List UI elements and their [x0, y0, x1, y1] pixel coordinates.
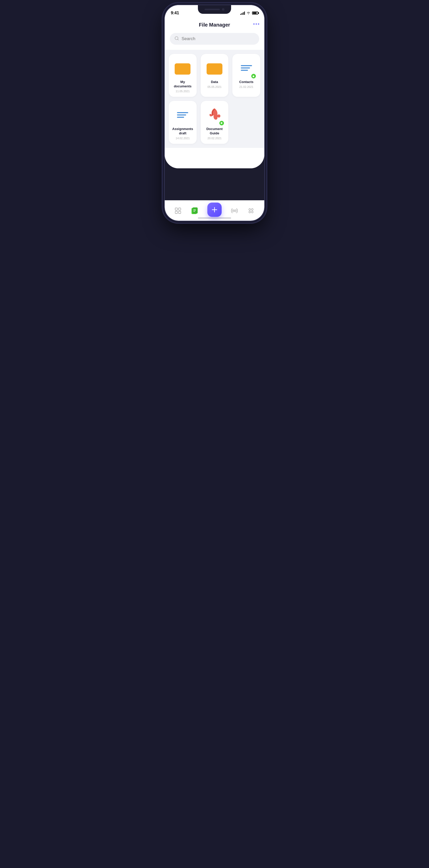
page-title: File Manager — [199, 22, 230, 28]
menu-dot-2 — [256, 23, 257, 25]
svg-rect-3 — [175, 63, 191, 74]
file-date-my-documents: 11.05.2021 — [176, 90, 190, 93]
file-name-assignments-draft: Assignments draft — [171, 127, 194, 136]
files-grid-row1: My documents 11.05.2021 Data 05.05.2021 — [165, 50, 264, 101]
menu-dot-1 — [253, 23, 255, 25]
status-time: 9:41 — [171, 11, 179, 15]
line2 — [241, 67, 250, 68]
file-name-contacts: Contacts — [239, 80, 254, 84]
battery-icon — [252, 11, 258, 14]
file-card-data[interactable]: Data 05.05.2021 — [201, 54, 229, 97]
wifi-icon — [246, 11, 251, 14]
search-bar[interactable] — [170, 33, 259, 45]
speaker — [204, 9, 220, 10]
file-date-data: 05.05.2021 — [207, 85, 221, 88]
status-icons — [240, 11, 258, 15]
line3 — [241, 70, 248, 71]
phone-screen: 9:41 — [165, 5, 264, 168]
files-grid-row2: Assignments draft 14.02.2021 — [165, 101, 264, 148]
lines-icon-assignments — [174, 106, 192, 124]
pdf-icon-document-guide — [205, 106, 224, 124]
file-name-document-guide: Document Guide — [203, 127, 226, 136]
star-badge-contacts — [251, 73, 256, 79]
file-name-my-documents: My documents — [171, 80, 194, 89]
line1 — [177, 112, 188, 113]
main-content[interactable]: File Manager — [165, 18, 264, 168]
file-name-data: Data — [211, 80, 218, 84]
menu-dot-3 — [258, 23, 259, 25]
search-icon — [174, 36, 179, 42]
folder-icon-data — [205, 59, 224, 77]
svg-rect-4 — [206, 63, 223, 74]
line3 — [177, 117, 184, 118]
file-date-document-guide: 20.02.2021 — [207, 137, 221, 140]
star-badge-document-guide — [219, 120, 225, 126]
file-date-contacts: 21.02.2021 — [239, 85, 253, 88]
notch — [198, 5, 231, 14]
file-card-contacts[interactable]: Contacts 21.02.2021 — [232, 54, 260, 97]
lines-icon-contacts — [237, 59, 255, 77]
camera — [222, 8, 225, 11]
signal-bars-icon — [240, 11, 245, 15]
folder-icon-my-documents — [174, 59, 192, 77]
file-card-my-documents[interactable]: My documents 11.05.2021 — [169, 54, 197, 97]
line2 — [177, 115, 186, 116]
line1 — [241, 65, 252, 66]
phone-frame: 9:41 — [165, 5, 264, 221]
file-card-assignments-draft[interactable]: Assignments draft 14.02.2021 — [169, 101, 197, 144]
more-options-button[interactable] — [253, 23, 259, 25]
file-card-document-guide[interactable]: Document Guide 20.02.2021 — [201, 101, 229, 144]
search-container — [165, 30, 264, 50]
header: File Manager — [165, 18, 264, 30]
search-input[interactable] — [182, 36, 255, 41]
file-date-assignments-draft: 14.02.2021 — [176, 137, 190, 140]
